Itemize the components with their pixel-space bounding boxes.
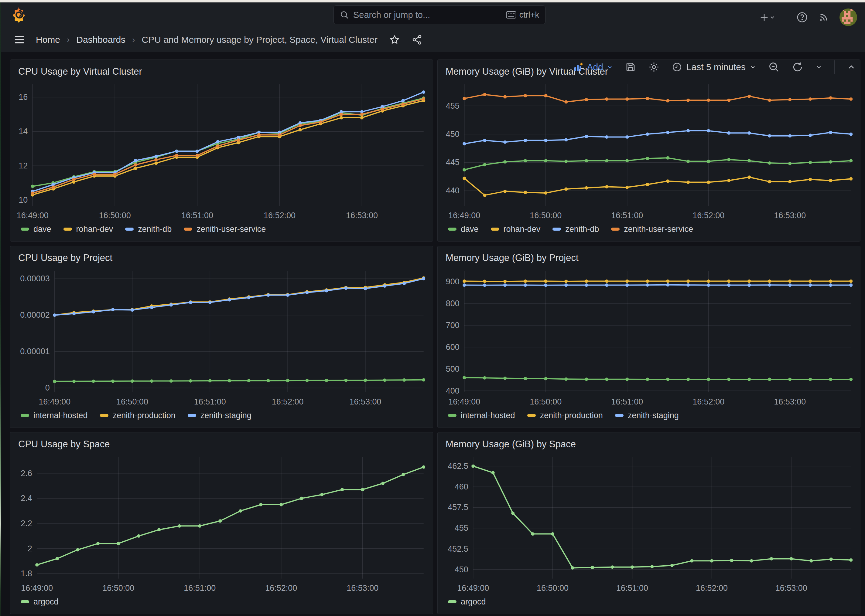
- legend-item-zenith-production[interactable]: zenith-production: [100, 411, 176, 420]
- legend-label: zenith-db: [565, 225, 599, 234]
- legend-swatch: [615, 414, 624, 417]
- dashboard-settings-button[interactable]: [648, 61, 660, 73]
- svg-text:0.00003: 0.00003: [20, 274, 50, 283]
- time-series-chart[interactable]: 44044545045516:49:0016:50:0016:51:0016:5…: [438, 77, 860, 224]
- plus-icon: [759, 12, 769, 22]
- legend-item-zenith-db[interactable]: zenith-db: [125, 225, 172, 234]
- legend-item-zenith-staging[interactable]: zenith-staging: [615, 411, 679, 420]
- panel-title[interactable]: CPU Usage by Project: [10, 246, 433, 263]
- new-dropdown-button[interactable]: [759, 12, 775, 22]
- save-dashboard-button[interactable]: [625, 61, 636, 72]
- panel-title[interactable]: Memory Usage (GiB) by Project: [438, 246, 860, 263]
- svg-text:16:53:00: 16:53:00: [346, 211, 378, 220]
- svg-text:16:52:00: 16:52:00: [264, 211, 296, 220]
- svg-text:1.8: 1.8: [20, 569, 32, 578]
- chart-legend: argocd: [10, 596, 433, 614]
- svg-text:2.6: 2.6: [20, 469, 32, 478]
- time-range-picker[interactable]: Last 5 minutes: [672, 62, 756, 72]
- favorite-star-button[interactable]: [389, 34, 400, 45]
- svg-text:16: 16: [19, 93, 28, 102]
- legend-swatch: [491, 228, 499, 231]
- add-panel-icon: [573, 62, 583, 72]
- chart-legend: internal-hostedzenith-productionzenith-s…: [10, 410, 433, 427]
- grafana-logo[interactable]: [10, 6, 27, 24]
- legend-label: internal-hosted: [461, 411, 515, 420]
- svg-text:800: 800: [446, 299, 460, 308]
- legend-item-zenith-user-service[interactable]: zenith-user-service: [611, 225, 693, 234]
- legend-item-argocd[interactable]: argocd: [448, 597, 486, 607]
- svg-text:14: 14: [19, 127, 28, 136]
- add-panel-button[interactable]: Add: [573, 62, 613, 72]
- legend-item-internal-hosted[interactable]: internal-hosted: [20, 411, 88, 420]
- legend-item-dave[interactable]: dave: [20, 225, 51, 234]
- svg-text:2: 2: [28, 544, 32, 553]
- svg-text:16:50:00: 16:50:00: [116, 397, 148, 406]
- panel-title[interactable]: CPU Usage by Space: [10, 432, 433, 450]
- breadcrumb-home[interactable]: Home: [36, 35, 60, 45]
- chart-legend: daverohan-devzenith-dbzenith-user-servic…: [438, 224, 860, 241]
- collapse-toolbar-button[interactable]: [847, 63, 856, 72]
- legend-item-zenith-staging[interactable]: zenith-staging: [188, 411, 252, 420]
- legend-item-dave[interactable]: dave: [448, 225, 479, 234]
- legend-swatch: [553, 228, 561, 231]
- refresh-button[interactable]: [792, 61, 804, 73]
- legend-label: zenith-production: [113, 411, 176, 420]
- legend-label: argocd: [33, 597, 58, 607]
- legend-swatch: [20, 414, 29, 417]
- legend-item-rohan-dev[interactable]: rohan-dev: [63, 225, 113, 234]
- panel-memory-usage-by-space: Memory Usage (GiB) by Space 450452.54554…: [437, 432, 860, 614]
- zoom-out-time-button[interactable]: [768, 61, 780, 73]
- svg-text:10: 10: [19, 195, 28, 204]
- legend-item-zenith-db[interactable]: zenith-db: [553, 225, 599, 234]
- legend-item-argocd[interactable]: argocd: [20, 597, 58, 607]
- rss-icon: [818, 12, 829, 23]
- legend-label: zenith-db: [138, 225, 172, 234]
- panel-title[interactable]: CPU Usage by Virtual Cluster: [10, 60, 433, 77]
- svg-text:16:51:00: 16:51:00: [611, 397, 643, 406]
- svg-text:16:51:00: 16:51:00: [181, 211, 213, 220]
- menu-toggle-button[interactable]: [13, 34, 25, 46]
- svg-text:600: 600: [446, 343, 460, 352]
- breadcrumb-separator: ›: [67, 35, 69, 45]
- legend-item-internal-hosted[interactable]: internal-hosted: [448, 411, 515, 420]
- svg-text:455: 455: [455, 524, 468, 533]
- time-series-chart[interactable]: 1.822.22.42.616:49:0016:50:0016:51:0016:…: [10, 450, 433, 596]
- screen-top-strip: [0, 0, 865, 2]
- dashboard-grid: CPU Usage by Virtual Cluster 1012141616:…: [0, 52, 865, 616]
- breadcrumb-current-dashboard: CPU and Memory usage by Project, Space, …: [142, 35, 377, 45]
- legend-label: rohan-dev: [504, 225, 540, 234]
- svg-text:2.2: 2.2: [20, 519, 32, 528]
- panel-memory-usage-by-project: Memory Usage (GiB) by Project 4005006007…: [437, 246, 860, 428]
- svg-text:16:51:00: 16:51:00: [184, 583, 216, 592]
- svg-text:0: 0: [45, 383, 50, 393]
- share-button[interactable]: [411, 34, 422, 45]
- keyboard-icon: [506, 11, 516, 19]
- refresh-interval-dropdown[interactable]: [816, 64, 822, 71]
- time-series-chart[interactable]: 1012141616:49:0016:50:0016:51:0016:52:00…: [10, 77, 433, 224]
- time-series-chart[interactable]: 450452.5455457.5460462.516:49:0016:50:00…: [438, 450, 860, 596]
- search-input[interactable]: Search or jump to... ctrl+k: [334, 5, 545, 24]
- chart-legend: argocd: [438, 596, 860, 614]
- svg-text:0.00002: 0.00002: [20, 311, 50, 320]
- legend-label: zenith-user-service: [624, 225, 693, 234]
- svg-text:16:50:00: 16:50:00: [99, 211, 131, 220]
- legend-item-zenith-user-service[interactable]: zenith-user-service: [184, 225, 266, 234]
- svg-text:2.4: 2.4: [20, 494, 32, 503]
- time-series-chart[interactable]: 00.000010.000020.0000316:49:0016:50:0016…: [10, 263, 433, 410]
- legend-item-zenith-production[interactable]: zenith-production: [527, 411, 603, 420]
- breadcrumb: Home › Dashboards › CPU and Memory usage…: [36, 35, 378, 45]
- legend-label: internal-hosted: [33, 411, 88, 420]
- breadcrumb-dashboards[interactable]: Dashboards: [76, 35, 125, 45]
- svg-text:16:52:00: 16:52:00: [696, 583, 728, 592]
- time-series-chart[interactable]: 40050060070080090016:49:0016:50:0016:51:…: [438, 263, 860, 410]
- legend-item-rohan-dev[interactable]: rohan-dev: [491, 225, 540, 234]
- legend-label: zenith-staging: [628, 411, 679, 420]
- help-button[interactable]: [796, 11, 808, 23]
- svg-text:16:51:00: 16:51:00: [194, 397, 226, 406]
- svg-text:16:49:00: 16:49:00: [448, 397, 480, 406]
- panel-title[interactable]: Memory Usage (GiB) by Space: [438, 432, 860, 450]
- user-avatar[interactable]: [840, 8, 857, 26]
- svg-text:16:50:00: 16:50:00: [530, 211, 562, 220]
- svg-text:16:49:00: 16:49:00: [21, 583, 53, 592]
- news-button[interactable]: [818, 12, 829, 23]
